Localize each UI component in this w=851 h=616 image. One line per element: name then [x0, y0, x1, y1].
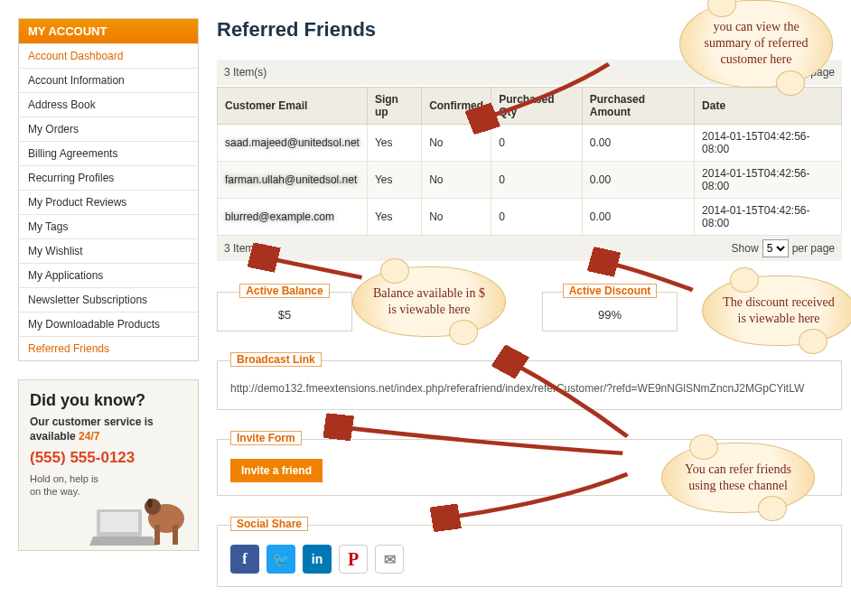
- broadcast-link-legend: Broadcast Link: [230, 352, 322, 367]
- svg-marker-2: [89, 537, 157, 546]
- table-cell: 2014-01-15T04:42:56-08:00: [695, 199, 842, 236]
- table-cell: 0.00: [582, 162, 694, 199]
- promo-illustration: [89, 469, 198, 550]
- sidebar-item[interactable]: Newsletter Subscriptions: [19, 287, 198, 312]
- table-row: farman.ullah@unitedsol.netYesNo00.002014…: [218, 162, 842, 199]
- table-row: saad.majeed@unitedsol.netYesNo00.002014-…: [218, 125, 842, 162]
- sidebar-item[interactable]: Recurring Profiles: [19, 165, 198, 190]
- email-icon[interactable]: ✉: [375, 545, 404, 574]
- table-row: blurred@example.comYesNo00.002014-01-15T…: [218, 199, 842, 236]
- page-size-select[interactable]: 5: [762, 239, 789, 257]
- pager-top: 3 Item(s) Show 5 per page: [217, 60, 842, 85]
- table-cell: 2014-01-15T04:42:56-08:00: [695, 125, 842, 162]
- table-cell: 0: [491, 162, 583, 199]
- promo-card: Did you know? Our customer service is av…: [18, 379, 199, 551]
- svg-rect-7: [173, 525, 178, 545]
- pager-bottom: 3 Item(s) Show 5 per page: [217, 236, 842, 261]
- svg-point-5: [147, 499, 153, 508]
- column-header: Purchased Amount: [582, 88, 694, 125]
- table-cell: 0: [491, 125, 583, 162]
- table-cell: Yes: [367, 199, 421, 236]
- account-menu-title: MY ACCOUNT: [19, 19, 198, 43]
- column-header: Customer Email: [218, 88, 368, 125]
- promo-phone: (555) 555-0123: [30, 449, 187, 467]
- table-cell: saad.majeed@unitedsol.net: [218, 125, 368, 162]
- column-header: Date: [695, 88, 842, 125]
- page-title: Referred Friends: [217, 18, 842, 42]
- promo-lead: Our customer service is available 24/7: [30, 415, 187, 443]
- social-share-legend: Social Share: [230, 517, 308, 531]
- table-cell: No: [422, 199, 491, 236]
- pinterest-icon[interactable]: P: [339, 545, 368, 574]
- sidebar-item[interactable]: My Downloadable Products: [19, 312, 198, 336]
- active-balance-value: $5: [230, 308, 339, 322]
- invite-friend-button[interactable]: Invite a friend: [230, 459, 323, 482]
- svg-rect-1: [100, 512, 138, 532]
- invite-form-box: Invite Form Invite a friend: [217, 432, 842, 496]
- active-balance-box: Active Balance $5: [217, 285, 352, 331]
- table-cell: Yes: [367, 162, 421, 199]
- table-cell: Yes: [367, 125, 421, 162]
- broadcast-link-box: Broadcast Link: [217, 353, 842, 410]
- active-discount-legend: Active Discount: [563, 284, 658, 298]
- referred-friends-table: Customer EmailSign upConfirmedPurchased …: [217, 87, 842, 236]
- column-header: Sign up: [367, 88, 421, 125]
- sidebar-item[interactable]: My Product Reviews: [19, 190, 198, 214]
- sidebar-item[interactable]: My Applications: [19, 263, 198, 287]
- active-discount-box: Active Discount 99%: [542, 285, 678, 331]
- sidebar-item[interactable]: Account Information: [19, 68, 198, 92]
- account-menu: MY ACCOUNT Account DashboardAccount Info…: [18, 18, 199, 361]
- social-share-box: Social Share f🐦inP✉: [217, 518, 842, 587]
- twitter-icon[interactable]: 🐦: [267, 545, 295, 574]
- items-count: 3 Item(s): [224, 66, 267, 79]
- sidebar-item[interactable]: Billing Agreements: [19, 141, 198, 165]
- table-cell: 0.00: [582, 199, 694, 236]
- invite-form-legend: Invite Form: [230, 431, 302, 445]
- sidebar-item[interactable]: Account Dashboard: [19, 43, 198, 68]
- facebook-icon[interactable]: f: [230, 545, 259, 574]
- promo-title: Did you know?: [30, 391, 187, 410]
- sidebar-item[interactable]: Address Book: [19, 92, 198, 117]
- table-cell: 0.00: [582, 125, 694, 162]
- table-cell: farman.ullah@unitedsol.net: [218, 162, 368, 199]
- column-header: Confirmed: [422, 88, 491, 125]
- active-balance-legend: Active Balance: [239, 284, 329, 298]
- sidebar-item[interactable]: Referred Friends: [19, 336, 198, 360]
- table-cell: No: [422, 162, 491, 199]
- sidebar-item[interactable]: My Tags: [19, 214, 198, 238]
- table-cell: 2014-01-15T04:42:56-08:00: [695, 162, 842, 199]
- column-header: Purchased Qty: [491, 88, 583, 125]
- sidebar-item[interactable]: My Wishlist: [19, 238, 198, 263]
- active-discount-value: 99%: [556, 308, 664, 322]
- page-size-select[interactable]: 5: [762, 63, 789, 81]
- table-cell: No: [422, 125, 491, 162]
- svg-point-4: [145, 499, 161, 515]
- table-cell: blurred@example.com: [218, 199, 368, 236]
- items-count: 3 Item(s): [224, 242, 267, 255]
- svg-rect-6: [154, 525, 160, 545]
- broadcast-link-input[interactable]: [230, 380, 828, 397]
- table-cell: 0: [491, 199, 583, 236]
- linkedin-icon[interactable]: in: [303, 545, 332, 574]
- sidebar-item[interactable]: My Orders: [19, 117, 198, 141]
